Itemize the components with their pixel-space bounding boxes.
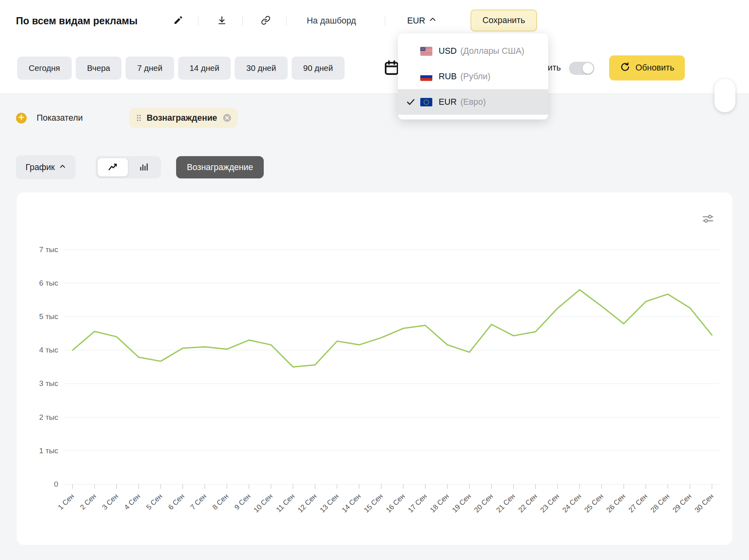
download-icon [217,16,227,26]
refresh-label: Обновить [635,63,674,73]
currency-option-desc: (Евро) [460,97,486,107]
header: По всем видам рекламы На дашборд EUR [0,0,749,41]
svg-text:7 тыс: 7 тыс [39,245,58,254]
calendar-icon [384,60,400,77]
bar-chart-icon [139,162,149,173]
graph-collapse-button[interactable]: График [16,155,76,179]
preset-button-yesterday[interactable]: Вчера [76,57,122,80]
refresh-icon [620,62,630,74]
preset-button-30days[interactable]: 30 дней [235,57,288,80]
line-chart-icon [108,162,118,173]
chart-type-switcher [96,156,161,178]
svg-text:3 Сен: 3 Сен [100,492,120,511]
plus-icon [18,114,24,122]
pencil-icon [173,16,183,26]
svg-text:13 Сен: 13 Сен [318,492,340,514]
svg-text:28 Сен: 28 Сен [649,492,671,514]
currency-option-code: USD [439,46,457,56]
svg-text:11 Сен: 11 Сен [275,492,296,514]
ru-flag-icon [420,72,432,81]
bar-chart-tab[interactable] [129,158,159,176]
svg-text:9 Сен: 9 Сен [233,492,252,511]
currency-option-usd[interactable]: USD (Доллары США) [398,38,548,64]
divider [198,16,198,26]
page: По всем видам рекламы На дашборд EUR [0,0,749,560]
svg-text:5 Сен: 5 Сен [145,492,164,511]
svg-text:26 Сен: 26 Сен [605,492,627,514]
svg-text:4 тыс: 4 тыс [39,346,58,354]
svg-text:25 Сен: 25 Сен [583,492,605,514]
svg-text:15 Сен: 15 Сен [363,492,384,514]
svg-text:29 Сен: 29 Сен [671,492,693,514]
currency-selector[interactable]: EUR [405,12,439,29]
svg-text:4 Сен: 4 Сен [123,492,142,511]
svg-text:16 Сен: 16 Сен [384,492,406,514]
share-link-button[interactable] [258,13,273,28]
scrollbar-thumb[interactable] [714,79,735,112]
toggle-knob [582,63,593,74]
page-title: По всем видам рекламы [16,0,137,41]
svg-text:2 Сен: 2 Сен [78,492,98,511]
svg-text:0: 0 [54,480,58,488]
svg-text:22 Сен: 22 Сен [517,492,539,514]
currency-option-eur[interactable]: EUR (Евро) [398,89,548,115]
svg-text:12 Сен: 12 Сен [296,492,318,514]
line-chart-tab[interactable] [98,158,128,176]
eu-flag-icon [420,98,432,106]
currency-menu: USD (Доллары США) RUB (Рубли) EUR (Евро) [398,33,548,119]
remove-metric-button[interactable] [222,113,232,123]
svg-text:14 Сен: 14 Сен [340,492,362,514]
chart-settings-button[interactable] [701,212,715,226]
chart-card: 01 тыс2 тыс3 тыс4 тыс5 тыс6 тыс7 тыс1 Се… [17,192,732,545]
currency-code: EUR [407,16,425,26]
svg-text:17 Сен: 17 Сен [406,492,428,514]
svg-text:6 тыс: 6 тыс [39,279,58,287]
metric-chip-label: Вознаграждение [147,113,217,123]
chevron-up-icon [429,16,437,26]
chevron-up-icon [59,163,66,172]
compare-toggle[interactable] [569,62,594,75]
currency-option-desc: (Рубли) [460,72,490,82]
currency-option-rub[interactable]: RUB (Рубли) [398,64,548,89]
edit-button[interactable] [171,13,186,28]
dashboard-link[interactable]: На дашборд [307,0,356,41]
svg-text:7 Сен: 7 Сен [189,492,208,511]
us-flag-icon [420,47,432,55]
currency-option-code: EUR [439,97,457,107]
preset-button-14days[interactable]: 14 дней [178,57,231,80]
sliders-icon [702,213,714,226]
reward-line-chart[interactable]: 01 тыс2 тыс3 тыс4 тыс5 тыс6 тыс7 тыс1 Се… [17,192,732,545]
preset-button-today[interactable]: Сегодня [17,57,72,80]
svg-text:2 тыс: 2 тыс [39,413,58,421]
date-presets: Сегодня Вчера 7 дней 14 дней 30 дней 90 … [17,57,345,80]
svg-text:3 тыс: 3 тыс [39,379,58,388]
graph-label: График [25,163,55,172]
preset-button-90days[interactable]: 90 дней [292,57,345,80]
divider [385,16,385,26]
link-icon [261,16,271,26]
download-button[interactable] [214,13,229,28]
drag-handle-icon[interactable] [136,114,141,122]
svg-text:24 Сен: 24 Сен [561,492,583,514]
divider [242,16,243,26]
metrics-label: Показатели [37,113,83,123]
svg-text:6 Сен: 6 Сен [167,492,186,511]
add-metric-button[interactable] [16,113,27,123]
currency-option-desc: (Доллары США) [460,46,524,56]
svg-text:8 Сен: 8 Сен [211,492,230,511]
series-chip-label: Вознаграждение [187,163,253,172]
close-icon [222,113,232,123]
svg-text:5 тыс: 5 тыс [39,312,58,321]
metric-chip[interactable]: Вознаграждение [129,108,238,128]
check-icon [406,97,420,107]
refresh-button[interactable]: Обновить [609,55,685,80]
save-button[interactable]: Сохранить [471,10,537,31]
svg-text:21 Сен: 21 Сен [495,492,517,514]
svg-text:1 Сен: 1 Сен [57,492,76,511]
svg-text:1 тыс: 1 тыс [39,446,58,455]
svg-text:18 Сен: 18 Сен [429,492,451,514]
series-toggle-chip[interactable]: Вознаграждение [176,156,264,178]
currency-option-code: RUB [439,72,457,82]
divider [286,16,286,26]
preset-button-7days[interactable]: 7 дней [125,57,174,80]
